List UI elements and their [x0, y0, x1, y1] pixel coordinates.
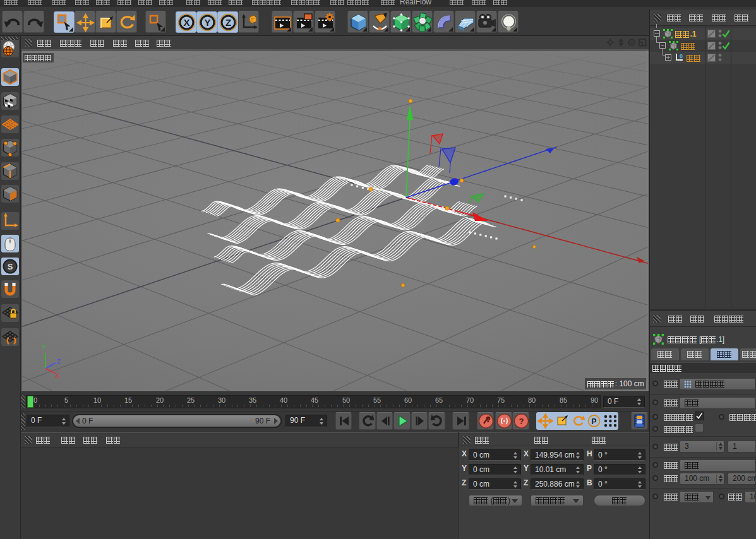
- svg-text:Z: Z: [225, 17, 231, 28]
- svg-text:Y: Y: [42, 344, 46, 351]
- svg-text:0: 0: [680, 53, 683, 59]
- svg-text:P: P: [592, 417, 597, 426]
- svg-text:Y: Y: [204, 17, 210, 28]
- svg-text:X: X: [183, 17, 189, 28]
- svg-text:?: ?: [519, 417, 524, 426]
- svg-text:S: S: [8, 262, 13, 271]
- svg-text:Z: Z: [57, 358, 61, 365]
- svg-text:X: X: [55, 372, 59, 379]
